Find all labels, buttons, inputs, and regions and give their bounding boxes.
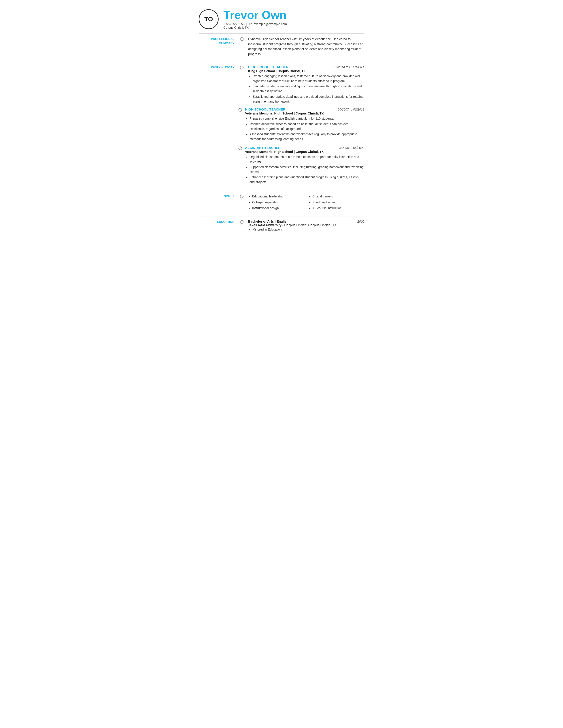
skill-6: AP course instruction bbox=[313, 206, 364, 211]
resume-header: TO Trevor Own (555) 555-5555 | E: exampl… bbox=[199, 9, 364, 29]
skills-list: Educational leadership Critical thinking… bbox=[248, 194, 364, 211]
job2-bullet-3: Assessed students' strengths and weaknes… bbox=[249, 132, 364, 141]
job2-bullets: Prepared comprehensive English curriculu… bbox=[249, 116, 364, 141]
job1-header: HIGH SCHOOL TEACHER 07/2014 to CURRENT bbox=[248, 65, 364, 69]
job2-dates: 06/2007 to 06/2012 bbox=[338, 108, 364, 111]
job2-company: Veterans Memorial High School | Corpus C… bbox=[245, 112, 364, 115]
summary-line-col bbox=[238, 37, 245, 43]
job1-bullet-1: Created engaging lesson plans, fostered … bbox=[252, 74, 364, 83]
job-2: HIGH SCHOOL TEACHER 06/2007 to 06/2012 V… bbox=[248, 107, 364, 142]
email: example@example.com bbox=[254, 22, 287, 26]
job3-title: ASSISTANT TEACHER bbox=[245, 146, 280, 150]
job3-circle bbox=[238, 146, 242, 150]
job3-bullet-1: Organized classroom materials to help te… bbox=[249, 155, 364, 164]
job3-bullets: Organized classroom materials to help te… bbox=[249, 155, 364, 185]
work-history-label: WORK HISTORY bbox=[199, 65, 238, 70]
skills-vert-line bbox=[241, 198, 242, 200]
summary-vert-line bbox=[241, 41, 242, 43]
phone: (555) 555-5555 bbox=[223, 22, 244, 26]
email-label: E: bbox=[249, 22, 252, 26]
job-3-row: ASSISTANT TEACHER 08/2006 to 06/2007 Vet… bbox=[248, 146, 364, 185]
education-vert-line bbox=[241, 224, 242, 226]
job3-company: Veterans Memorial High School | Corpus C… bbox=[245, 150, 364, 154]
edu-year: 2005 bbox=[358, 220, 364, 223]
summary-circle bbox=[240, 37, 243, 41]
job3-header: ASSISTANT TEACHER 08/2006 to 06/2007 bbox=[245, 146, 364, 150]
job-1: HIGH SCHOOL TEACHER 07/2014 to CURRENT K… bbox=[248, 65, 364, 104]
candidate-name: Trevor Own bbox=[223, 9, 287, 21]
job1-bullet-3: Established appropriate deadlines and pr… bbox=[252, 94, 364, 104]
education-content: Bachelor of Arts | English 2005 Texas A&… bbox=[245, 220, 364, 233]
job2-bullet-2: Inspired academic success based on belie… bbox=[249, 122, 364, 131]
job1-bullets: Created engaging lesson plans, fostered … bbox=[252, 74, 364, 104]
job1-circle bbox=[240, 66, 243, 69]
skill-5: Instructional design bbox=[252, 206, 304, 211]
job3-dates: 08/2006 to 06/2007 bbox=[338, 146, 364, 150]
job2-title: HIGH SCHOOL TEACHER bbox=[245, 107, 285, 111]
edu-bullets: Minored in Education bbox=[252, 228, 364, 231]
summary-content: Dynamic High School Teacher with 12 year… bbox=[245, 37, 364, 59]
education-header: Bachelor of Arts | English 2005 bbox=[248, 220, 364, 223]
skill-4: Shorthand writing bbox=[313, 200, 364, 205]
education-label: EDUCATION bbox=[199, 220, 238, 224]
skill-1: Educational leadership bbox=[252, 194, 304, 199]
job-3: ASSISTANT TEACHER 08/2006 to 06/2007 Vet… bbox=[248, 146, 364, 185]
job2-bullet-1: Prepared comprehensive English curriculu… bbox=[249, 116, 364, 121]
skills-line-col bbox=[238, 194, 245, 200]
work-history-line-col bbox=[238, 65, 245, 71]
edu-degree: Bachelor of Arts | English bbox=[248, 220, 289, 223]
header-name-block: Trevor Own (555) 555-5555 | E: example@e… bbox=[223, 9, 287, 29]
header-divider bbox=[199, 33, 364, 34]
work-vert-line bbox=[241, 69, 242, 71]
edu-bullet-1: Minored in Education bbox=[252, 228, 364, 231]
summary-label: PROFESSIONALSUMMARY bbox=[199, 37, 238, 45]
job1-dates: 07/2014 to CURRENT bbox=[334, 65, 364, 69]
education-circle bbox=[240, 220, 243, 224]
skill-2: Critical thinking bbox=[313, 194, 364, 199]
summary-divider bbox=[199, 62, 364, 62]
job1-company: King High School | Corpus Christi, TX bbox=[248, 69, 364, 73]
skills-label: SKILLS bbox=[199, 194, 238, 199]
contact-line: (555) 555-5555 | E: example@example.com bbox=[223, 22, 287, 26]
work-history-content: HIGH SCHOOL TEACHER 07/2014 to CURRENT K… bbox=[245, 65, 364, 188]
job3-bullet-3: Enhanced learning plans and quantified s… bbox=[249, 175, 364, 184]
skills-circle bbox=[240, 195, 243, 198]
job1-bullet-2: Evaluated students' understanding of cou… bbox=[252, 84, 364, 94]
edu-school: Texas A&M University - Corpus Christi, C… bbox=[248, 223, 364, 227]
skill-3: College preparation bbox=[252, 200, 304, 205]
job1-title: HIGH SCHOOL TEACHER bbox=[248, 65, 289, 69]
job2-circle bbox=[238, 108, 242, 112]
summary-text: Dynamic High School Teacher with 12 year… bbox=[248, 37, 364, 56]
education-line-col bbox=[238, 220, 245, 226]
location: Corpus Christi, TX bbox=[223, 26, 287, 29]
job2-header: HIGH SCHOOL TEACHER 06/2007 to 06/2012 bbox=[245, 107, 364, 111]
skills-content: Educational leadership Critical thinking… bbox=[245, 194, 364, 213]
job-2-row: HIGH SCHOOL TEACHER 06/2007 to 06/2012 V… bbox=[248, 107, 364, 142]
avatar-initials: TO bbox=[199, 9, 218, 29]
job3-bullet-2: Supported classroom activities, includin… bbox=[249, 165, 364, 174]
